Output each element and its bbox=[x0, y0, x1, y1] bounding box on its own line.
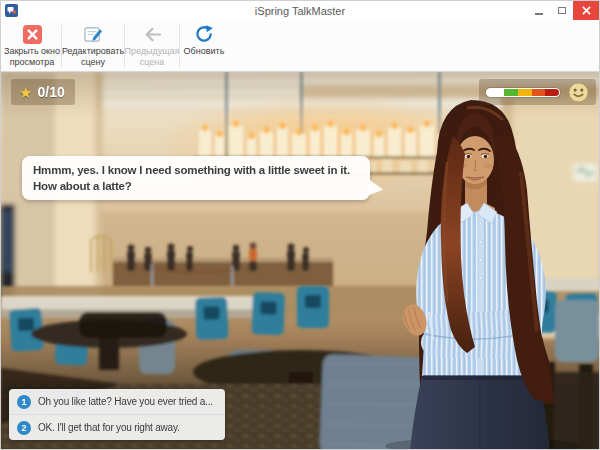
smiley-icon bbox=[568, 82, 589, 103]
maximize-icon bbox=[558, 7, 566, 14]
toolbar-button-close-preview[interactable]: Закрыть окно просмотра bbox=[3, 21, 61, 71]
speech-text: Hmmm, yes. I know I need something with … bbox=[33, 164, 350, 192]
speech-bubble: Hmmm, yes. I know I need something with … bbox=[22, 156, 370, 200]
meter-green-segment bbox=[504, 89, 518, 96]
close-button[interactable] bbox=[573, 1, 599, 20]
mood-panel bbox=[479, 79, 596, 105]
close-window-icon bbox=[22, 24, 43, 45]
titlebar: iSpring TalkMaster bbox=[1, 1, 599, 21]
score-value: 0/10 bbox=[37, 84, 64, 100]
app-window: iSpring TalkMaster Закрыть окно просмотр… bbox=[0, 0, 600, 450]
toolbar-button-previous-scene[interactable]: Предыдущая сцена bbox=[125, 21, 179, 71]
close-icon bbox=[582, 6, 591, 15]
meter-yellow-segment bbox=[518, 89, 532, 96]
minimize-button[interactable] bbox=[527, 1, 550, 20]
refresh-icon bbox=[194, 24, 215, 45]
answer-number-badge: 2 bbox=[17, 421, 31, 435]
window-controls bbox=[527, 1, 599, 20]
answer-option-1[interactable]: 1 Oh you like latte? Have you ever tried… bbox=[9, 389, 225, 414]
answer-list: 1 Oh you like latte? Have you ever tried… bbox=[9, 389, 225, 440]
meter-red-segment bbox=[545, 89, 559, 96]
toolbar-button-label: Обновить bbox=[184, 46, 225, 57]
score-badge: ★ 0/10 bbox=[11, 79, 75, 105]
arrow-left-icon bbox=[142, 24, 163, 45]
toolbar: Закрыть окно просмотра Редактировать сце… bbox=[1, 21, 599, 72]
maximize-button[interactable] bbox=[550, 1, 573, 20]
answer-text: OK. I'll get that for you right away. bbox=[38, 422, 180, 433]
edit-scene-icon bbox=[83, 24, 104, 45]
answer-text: Oh you like latte? Have you ever tried a… bbox=[38, 396, 213, 407]
scene: ★ 0/10 Hmmm, yes. I know I need somethin… bbox=[1, 72, 600, 450]
toolbar-button-label: Предыдущая сцена bbox=[124, 46, 179, 67]
toolbar-button-refresh[interactable]: Обновить bbox=[180, 21, 228, 71]
window-title: iSpring TalkMaster bbox=[1, 1, 599, 21]
meter-orange-segment bbox=[532, 89, 546, 96]
mood-meter bbox=[486, 88, 560, 97]
minimize-icon bbox=[535, 13, 543, 15]
meter-empty-segment bbox=[487, 89, 504, 96]
answer-number-badge: 1 bbox=[17, 395, 31, 409]
speech-bubble-tail bbox=[368, 178, 383, 196]
toolbar-button-edit-scene[interactable]: Редактировать сцену bbox=[62, 21, 124, 71]
answer-option-2[interactable]: 2 OK. I'll get that for you right away. bbox=[9, 414, 225, 440]
toolbar-button-label: Закрыть окно просмотра bbox=[3, 46, 61, 67]
toolbar-button-label: Редактировать сцену bbox=[62, 46, 124, 67]
star-icon: ★ bbox=[19, 85, 32, 100]
